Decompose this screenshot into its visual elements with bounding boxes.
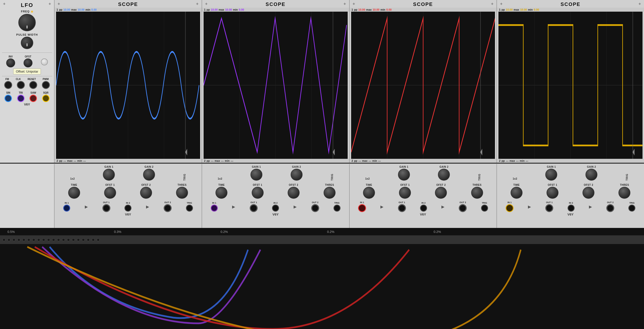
scope2-display xyxy=(204,12,348,159)
v6y3-arrow1: ▶ xyxy=(380,205,384,208)
v6y3-out1-jack[interactable] xyxy=(398,204,406,212)
v6y3-ofst2-label: OFST 2 xyxy=(436,184,446,186)
scope4-display xyxy=(498,12,642,159)
sqr-port[interactable] xyxy=(42,95,50,102)
reset-jack[interactable] xyxy=(29,81,37,89)
v6y3-ofst2-group: OFST 2 xyxy=(435,184,447,199)
saw-port[interactable] xyxy=(30,95,37,102)
v6y4-trig-jack[interactable] xyxy=(628,205,635,212)
inv-label: INV xyxy=(9,55,13,58)
v6y3-thres-label: THRES xyxy=(472,184,481,186)
v6y1-ofst2-knob[interactable] xyxy=(140,187,152,199)
freq-knob-indicator xyxy=(27,25,28,28)
v6y2-trig-jack[interactable] xyxy=(334,205,340,212)
v6y3-in1-jack[interactable] xyxy=(358,204,366,212)
v6y4-ofst1-group: OFST 1 xyxy=(546,184,558,199)
v6y1-trig-jack-label: TRIG xyxy=(187,202,192,204)
v6y2-gain2-knob[interactable] xyxy=(291,169,302,181)
v6y4-ofst2-group: OFST 2 xyxy=(582,184,594,199)
v6y2-ofst1-knob[interactable] xyxy=(252,187,264,199)
v6y4-ports: IN 1 ▶ OUT 1 IN 2 ▶ OUT 2 TR xyxy=(498,201,642,212)
v6y4-time-knob[interactable] xyxy=(510,187,522,199)
v6y1-thres-knob[interactable] xyxy=(176,187,188,199)
v6y4-in1-jack[interactable] xyxy=(506,204,514,212)
v6y3-trig-label: TRIG xyxy=(478,174,481,181)
v6y1-trig-jack[interactable] xyxy=(186,205,193,212)
v6y1-gain2-knob[interactable] xyxy=(143,169,155,181)
v6y4-out1-label: OUT 1 xyxy=(546,201,553,204)
inv-knob[interactable] xyxy=(6,58,15,67)
ofst-knob[interactable] xyxy=(24,58,32,67)
v6y1-out1-jack[interactable] xyxy=(102,204,110,212)
scope1-add-left[interactable]: + xyxy=(58,1,60,7)
scope4-add-left[interactable]: + xyxy=(500,1,503,7)
v6y4-ofst2-knob[interactable] xyxy=(582,187,594,199)
v6y4-out2-label: OUT 2 xyxy=(607,201,614,204)
tri-port[interactable] xyxy=(17,95,24,102)
v6y4-in2-jack[interactable] xyxy=(568,205,574,212)
v6y3-thres-knob[interactable] xyxy=(471,187,483,199)
v6y1-knobs-bottom: TIME OFST 1 OFST 2 THRES xyxy=(56,184,200,199)
toggle-btn[interactable] xyxy=(41,58,48,65)
v6y3-gain1-knob[interactable] xyxy=(398,169,410,181)
scope1-add-right[interactable]: + xyxy=(196,1,199,7)
v6y3-time-knob[interactable] xyxy=(363,187,375,199)
sin-port[interactable] xyxy=(4,95,12,102)
v6y1-ofst1-knob[interactable] xyxy=(104,187,116,199)
v6y3-trig-jack[interactable] xyxy=(481,205,488,212)
v6y2-in2-jack[interactable] xyxy=(272,205,279,212)
v6y2-out1-jack[interactable] xyxy=(250,204,258,212)
scope2-add-right[interactable]: + xyxy=(344,1,346,7)
v6y1-out2-jack[interactable] xyxy=(164,204,172,212)
v6y4-thres-knob[interactable] xyxy=(618,187,630,199)
v6y4-trig-jack-group: TRIG xyxy=(628,202,635,212)
v6y1-thres-group: THRES xyxy=(176,184,188,199)
v6y3-ofst2-knob[interactable] xyxy=(435,187,447,199)
v6y1-in2-jack[interactable] xyxy=(124,205,132,212)
v6y4-time-group: TIME xyxy=(510,184,522,199)
v6y1-time-knob[interactable] xyxy=(68,187,80,199)
v6y2-1x2-group: 1x2 xyxy=(218,177,222,181)
scope4-add-right[interactable]: + xyxy=(638,1,641,7)
pwm-jack[interactable] xyxy=(42,81,50,89)
v6y4-1x2-group: 1x2 xyxy=(512,177,517,181)
v6y1-1x2-group: 1x2 xyxy=(70,177,75,181)
v6y4-gain2-knob[interactable] xyxy=(586,169,598,181)
v6y3-out2-jack[interactable] xyxy=(459,204,467,212)
v6y1-in2-label: IN 2 xyxy=(126,202,130,204)
v6y4-ofst1-knob[interactable] xyxy=(546,187,558,199)
pulse-width-knob[interactable] xyxy=(21,37,33,49)
rack-hole-18 xyxy=(87,238,90,241)
v6y3-ofst1-knob[interactable] xyxy=(399,187,411,199)
v6y2-ofst2-knob[interactable] xyxy=(288,187,300,199)
v6y3-in2-jack[interactable] xyxy=(420,205,427,212)
scope2-add-left[interactable]: + xyxy=(205,1,208,7)
lfo-add-right-btn[interactable]: + xyxy=(48,1,51,7)
v6y2-thres-knob[interactable] xyxy=(324,187,336,199)
v6y2-time-knob[interactable] xyxy=(216,187,228,199)
v6y2-gain1-knob[interactable] xyxy=(250,169,262,181)
v6y3-gain1-group: GAIN 1 xyxy=(398,165,410,181)
v6y1-in1-jack[interactable] xyxy=(63,205,70,212)
v6y4-knobs-top: 1x2 GAIN 1 GAIN 2 TRIG xyxy=(498,165,642,181)
v6y2-in1-jack[interactable] xyxy=(211,205,218,212)
fm-jack[interactable] xyxy=(4,81,12,89)
v6y2-thres-label: THRES xyxy=(325,184,334,186)
v6y2-out2-jack[interactable] xyxy=(311,204,319,212)
scope3-add-left[interactable]: + xyxy=(353,1,355,7)
v6y3-gain2-knob[interactable] xyxy=(438,169,450,181)
v6y4-out1-jack[interactable] xyxy=(545,204,553,212)
rack-hole-16 xyxy=(77,238,80,241)
v6y4-time-label: TIME xyxy=(513,184,520,186)
v6y2-arrow2: ▶ xyxy=(293,205,297,208)
freq-knob[interactable] xyxy=(18,14,36,31)
clk-jack[interactable] xyxy=(17,81,25,89)
v6y4-gain1-knob[interactable] xyxy=(545,169,557,181)
rack-hole-1 xyxy=(2,238,6,241)
lfo-add-left-btn[interactable]: + xyxy=(3,1,6,7)
v6y4-thres-group: THRES xyxy=(618,184,630,199)
v6y2-ofst1-label: OFST 1 xyxy=(253,184,262,186)
v6y4-out2-jack[interactable] xyxy=(606,204,614,212)
v6y1-gain1-knob[interactable] xyxy=(103,169,115,181)
scope3-add-right[interactable]: + xyxy=(491,1,494,7)
